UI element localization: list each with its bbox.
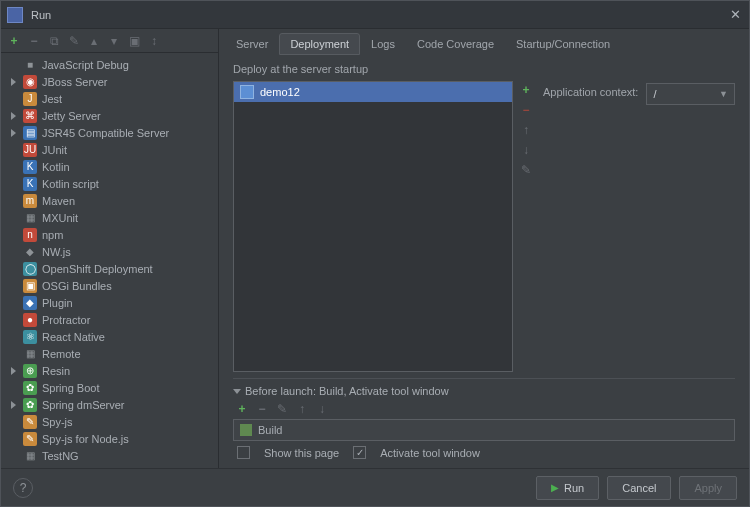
tree-item-jsr45-compatible-server[interactable]: ▤JSR45 Compatible Server [1, 124, 218, 141]
bl-edit-icon[interactable]: ✎ [275, 402, 289, 416]
move-up-icon[interactable]: ↑ [519, 123, 533, 137]
tree-item-osgi-bundles[interactable]: ▣OSGi Bundles [1, 277, 218, 294]
tab-deployment[interactable]: Deployment [279, 33, 360, 55]
artifacts-list[interactable]: demo12 [233, 81, 513, 372]
apply-button[interactable]: Apply [679, 476, 737, 500]
tree-label: Resin [42, 365, 70, 377]
tab-logs[interactable]: Logs [360, 33, 406, 55]
deploy-header: Deploy at the server startup [233, 63, 735, 75]
tree-item-resin[interactable]: ⊕Resin [1, 362, 218, 379]
artifact-label: demo12 [260, 86, 300, 98]
tree-icon: J [23, 92, 37, 106]
add-artifact-icon[interactable]: + [519, 83, 533, 97]
chevron-down-icon: ▼ [719, 89, 728, 99]
edit-artifact-icon[interactable]: ✎ [519, 163, 533, 177]
tree-label: Plugin [42, 297, 73, 309]
tree-label: TestNG [42, 450, 79, 462]
artifact-item[interactable]: demo12 [234, 82, 512, 102]
tree-item-testng[interactable]: ▦TestNG [1, 447, 218, 464]
tree-icon: ✎ [23, 432, 37, 446]
bl-down-icon[interactable]: ↓ [315, 402, 329, 416]
settings-icon[interactable]: ✎ [67, 34, 81, 48]
tree-icon: ✎ [23, 415, 37, 429]
tree-label: Protractor [42, 314, 90, 326]
tree-icon: m [23, 194, 37, 208]
activate-window-checkbox[interactable]: ✓ [353, 446, 366, 459]
down-icon[interactable]: ▾ [107, 34, 121, 48]
tree-item-spring-dmserver[interactable]: ✿Spring dmServer [1, 396, 218, 413]
tree-item-nw-js[interactable]: ◆NW.js [1, 243, 218, 260]
before-launch-checks: Show this page ✓ Activate tool window [233, 441, 735, 464]
tree-item-jest[interactable]: JJest [1, 90, 218, 107]
before-launch-header[interactable]: Before launch: Build, Activate tool wind… [233, 385, 735, 397]
before-launch-list[interactable]: Build [233, 419, 735, 441]
tree-item-protractor[interactable]: ●Protractor [1, 311, 218, 328]
help-button[interactable]: ? [13, 478, 33, 498]
tree-item-kotlin[interactable]: KKotlin [1, 158, 218, 175]
tree-item-maven[interactable]: mMaven [1, 192, 218, 209]
tree-item-react-native[interactable]: ⚛React Native [1, 328, 218, 345]
remove-artifact-icon[interactable]: − [519, 103, 533, 117]
tree-icon: ⌘ [23, 109, 37, 123]
deployment-panel: Deploy at the server startup demo12 + − [219, 55, 749, 468]
tree-item-jetty-server[interactable]: ⌘Jetty Server [1, 107, 218, 124]
tree-item-junit[interactable]: JUJUnit [1, 141, 218, 158]
tree-icon: ⚛ [23, 330, 37, 344]
before-launch-item: Build [258, 424, 282, 436]
show-page-checkbox[interactable] [237, 446, 250, 459]
build-icon [240, 424, 252, 436]
close-icon[interactable]: ✕ [727, 7, 743, 23]
tab-server[interactable]: Server [225, 33, 279, 55]
config-tree[interactable]: ■JavaScript Debug◉JBoss ServerJJest⌘Jett… [1, 53, 218, 468]
folder-icon[interactable]: ▣ [127, 34, 141, 48]
move-down-icon[interactable]: ↓ [519, 143, 533, 157]
tree-icon: ■ [23, 58, 37, 72]
tree-label: React Native [42, 331, 105, 343]
tree-icon: ▣ [23, 279, 37, 293]
tabs-bar: ServerDeploymentLogsCode CoverageStartup… [219, 29, 749, 55]
tree-item-kotlin-script[interactable]: KKotlin script [1, 175, 218, 192]
tree-label: JavaScript Debug [42, 59, 129, 71]
tree-item-plugin[interactable]: ◆Plugin [1, 294, 218, 311]
tree-icon: ▤ [23, 126, 37, 140]
bl-up-icon[interactable]: ↑ [295, 402, 309, 416]
bl-add-icon[interactable]: + [235, 402, 249, 416]
expand-icon[interactable]: ↕ [147, 34, 161, 48]
before-launch-toolbar: + − ✎ ↑ ↓ [233, 397, 735, 419]
window-title: Run [31, 9, 727, 21]
tree-label: NW.js [42, 246, 71, 258]
tree-label: JSR45 Compatible Server [42, 127, 169, 139]
tree-item-jboss-server[interactable]: ◉JBoss Server [1, 73, 218, 90]
tab-startup-connection[interactable]: Startup/Connection [505, 33, 621, 55]
run-button[interactable]: ▶Run [536, 476, 599, 500]
tree-label: OpenShift Deployment [42, 263, 153, 275]
tree-item-spy-js[interactable]: ✎Spy-js [1, 413, 218, 430]
tree-icon: K [23, 177, 37, 191]
tree-icon: ▦ [23, 347, 37, 361]
up-icon[interactable]: ▴ [87, 34, 101, 48]
tree-item-openshift-deployment[interactable]: ◯OpenShift Deployment [1, 260, 218, 277]
tree-icon: JU [23, 143, 37, 157]
before-launch-title: Before launch: Build, Activate tool wind… [245, 385, 449, 397]
titlebar: Run ✕ [1, 1, 749, 29]
tree-label: JBoss Server [42, 76, 107, 88]
show-page-label: Show this page [264, 447, 339, 459]
tree-item-javascript-debug[interactable]: ■JavaScript Debug [1, 56, 218, 73]
deploy-row: demo12 + − ↑ ↓ ✎ Application context: [233, 81, 735, 372]
footer-buttons: ▶Run Cancel Apply [536, 476, 737, 500]
tree-icon: K [23, 160, 37, 174]
bl-remove-icon[interactable]: − [255, 402, 269, 416]
tree-item-npm[interactable]: nnpm [1, 226, 218, 243]
tree-icon: ◉ [23, 75, 37, 89]
remove-config-icon[interactable]: − [27, 34, 41, 48]
tree-item-spring-boot[interactable]: ✿Spring Boot [1, 379, 218, 396]
cancel-button[interactable]: Cancel [607, 476, 671, 500]
tab-code-coverage[interactable]: Code Coverage [406, 33, 505, 55]
copy-config-icon[interactable]: ⧉ [47, 34, 61, 48]
tree-item-mxunit[interactable]: ▦MXUnit [1, 209, 218, 226]
context-select[interactable]: / ▼ [646, 83, 735, 105]
tree-item-remote[interactable]: ▦Remote [1, 345, 218, 362]
tree-label: JUnit [42, 144, 67, 156]
tree-item-spy-js-for-node-js[interactable]: ✎Spy-js for Node.js [1, 430, 218, 447]
add-config-icon[interactable]: + [7, 34, 21, 48]
